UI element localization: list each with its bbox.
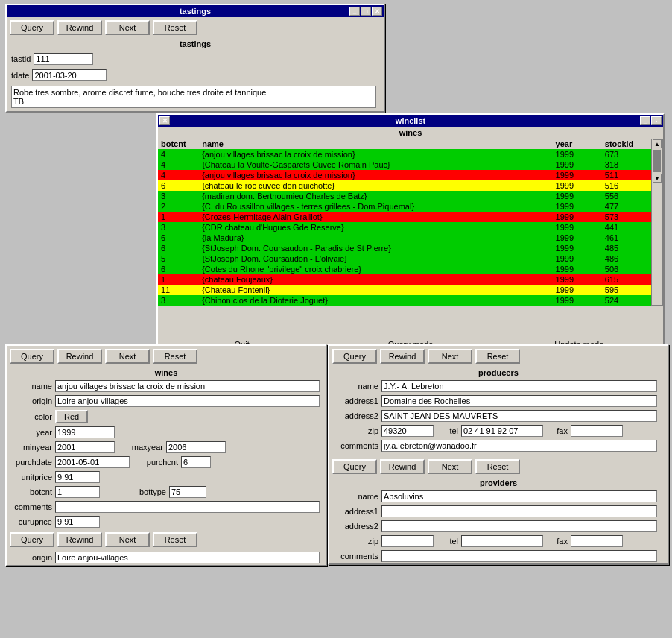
providers-reset-btn[interactable]: Reset xyxy=(475,459,520,474)
wine-table-row[interactable]: 5 {StJoseph Dom. Coursaudon - L'olivaie}… xyxy=(158,253,651,264)
wine-table-row[interactable]: 11 {Chateau Fontenil} 1999 595 xyxy=(158,285,651,295)
prod-addr2-input[interactable] xyxy=(381,410,657,422)
prov-fax-label: fax xyxy=(549,537,568,546)
wines2-origin-input[interactable] xyxy=(55,552,320,563)
wines-bottype-input[interactable] xyxy=(169,486,206,498)
scroll-down-btn[interactable]: ▼ xyxy=(653,174,662,183)
wines-section-header: wines xyxy=(7,367,326,379)
wines-comments-input[interactable] xyxy=(55,501,320,513)
wines-year-input[interactable] xyxy=(55,426,115,438)
wines-minyear-input[interactable] xyxy=(55,441,115,453)
wines2-rewind-btn[interactable]: Rewind xyxy=(57,532,102,547)
prov-addr2-input[interactable] xyxy=(381,520,657,532)
prod-fax-input[interactable] xyxy=(571,425,623,437)
tastings-rewind-btn[interactable]: Rewind xyxy=(57,20,102,35)
winelist-min-btn[interactable]: _ xyxy=(640,116,650,125)
row-name: {anjou villages brissac la croix de miss… xyxy=(199,170,552,180)
prod-zip-input[interactable] xyxy=(381,425,434,437)
prov-zip-input[interactable] xyxy=(381,535,434,547)
wine-table-row[interactable]: 4 {Chateau la Voulte-Gasparets Cuvee Rom… xyxy=(158,160,651,170)
wine-table-row[interactable]: 3 {Chinon clos de la Dioterie Joguet} 19… xyxy=(158,295,651,306)
winelist-close-btn2[interactable]: ✕ xyxy=(159,116,170,125)
producers-next-btn[interactable]: Next xyxy=(428,349,472,364)
wines-purchcnt-label: purchcnt xyxy=(137,458,178,467)
row-botcnt: 11 xyxy=(158,285,199,295)
prov-comments-input[interactable] xyxy=(381,550,657,562)
wines-purchcnt-input[interactable] xyxy=(181,456,211,468)
row-name: {StJoseph Dom. Coursaudon - L'olivaie} xyxy=(199,253,552,264)
prod-zip-label: zip xyxy=(334,426,378,435)
wine-table-row[interactable]: 3 {CDR chateau d'Hugues Gde Reserve} 199… xyxy=(158,222,651,233)
providers-next-btn[interactable]: Next xyxy=(428,459,472,474)
providers-rewind-btn[interactable]: Rewind xyxy=(380,459,425,474)
col-year: year xyxy=(553,139,602,149)
wine-table-row[interactable]: 2 {C. du Roussillon villages - terres gr… xyxy=(158,201,651,212)
prov-tel-input[interactable] xyxy=(461,535,543,547)
prov-addr1-input[interactable] xyxy=(381,505,657,517)
prod-addr1-input[interactable] xyxy=(381,395,657,407)
wine-table-row[interactable]: 4 {anjou villages brissac la croix de mi… xyxy=(158,149,651,160)
prod-fax-label: fax xyxy=(549,426,568,435)
producers-query-btn[interactable]: Query xyxy=(332,349,377,364)
row-stockid: 485 xyxy=(602,243,651,253)
row-stockid: 595 xyxy=(602,285,651,295)
prov-comments-label: comments xyxy=(334,552,378,560)
prod-comments-input[interactable] xyxy=(381,440,657,452)
tasting-notes: Robe tres sombre, arome discret fume, bo… xyxy=(11,86,376,108)
row-stockid: 556 xyxy=(602,191,651,201)
wines-color-btn[interactable]: Red xyxy=(55,410,88,423)
wines-maxyear-input[interactable] xyxy=(166,441,226,453)
wines-unitprice-input[interactable] xyxy=(55,471,100,483)
wines2-query-btn[interactable]: Query xyxy=(10,532,54,547)
tastings-close-btn[interactable]: ✕ xyxy=(372,7,382,16)
providers-query-btn[interactable]: Query xyxy=(332,459,377,474)
wines-reset-btn[interactable]: Reset xyxy=(153,349,197,364)
tastid-input[interactable] xyxy=(34,53,93,65)
producers-rewind-btn[interactable]: Rewind xyxy=(380,349,425,364)
tastings-query-btn[interactable]: Query xyxy=(10,20,54,35)
prov-fax-input[interactable] xyxy=(571,535,623,547)
wines-purchdate-input[interactable] xyxy=(55,456,130,468)
wines-name-input[interactable] xyxy=(55,380,320,392)
wines2-reset-btn[interactable]: Reset xyxy=(153,532,197,547)
row-botcnt: 1 xyxy=(158,212,199,222)
producers-reset-btn[interactable]: Reset xyxy=(475,349,520,364)
wines-query-btn[interactable]: Query xyxy=(10,349,54,364)
tastings-reset-btn[interactable]: Reset xyxy=(153,20,197,35)
wines-curuprice-input[interactable] xyxy=(55,516,100,528)
row-stockid: 516 xyxy=(602,180,651,191)
tastid-label: tastid xyxy=(11,54,31,63)
winelist-scrollbar[interactable]: ▲ ▼ xyxy=(651,139,663,306)
wine-table-row[interactable]: 3 {madiran dom. Berthoumieu Charles de B… xyxy=(158,191,651,201)
row-name: {C. du Roussillon villages - terres gril… xyxy=(199,201,552,212)
wines-origin-input[interactable] xyxy=(55,395,320,407)
wine-table-row[interactable]: 1 {chateau Foujeaux} 1999 615 xyxy=(158,274,651,285)
wines-next-btn[interactable]: Next xyxy=(105,349,150,364)
scroll-up-btn[interactable]: ▲ xyxy=(653,139,662,148)
wines2-next-btn[interactable]: Next xyxy=(105,532,150,547)
wines-rewind-btn[interactable]: Rewind xyxy=(57,349,102,364)
wine-table-row[interactable]: 6 {StJoseph Dom. Coursaudon - Paradis de… xyxy=(158,243,651,253)
prod-name-input[interactable] xyxy=(381,380,657,392)
winelist-section-header: wines xyxy=(158,127,663,139)
tastings-titlebar: tastings _ □ ✕ xyxy=(7,5,384,17)
winelist-max-btn[interactable]: • xyxy=(651,116,662,125)
tastings-min-btn[interactable]: _ xyxy=(349,7,360,16)
wine-table-row[interactable]: 6 {Cotes du Rhone "privilege" croix chab… xyxy=(158,264,651,274)
row-name: {StJoseph Dom. Coursaudon - Paradis de S… xyxy=(199,243,552,253)
tdate-input[interactable] xyxy=(32,69,107,81)
prod-tel-input[interactable] xyxy=(461,425,543,437)
wines-botcnt-input[interactable] xyxy=(55,486,100,498)
prov-name-input[interactable] xyxy=(381,490,657,502)
row-name: {anjou villages brissac la croix de miss… xyxy=(199,149,552,160)
col-botcnt: botcnt xyxy=(158,139,199,149)
wine-table-row[interactable]: 6 {chateau le roc cuvee don quichotte} 1… xyxy=(158,180,651,191)
row-botcnt: 4 xyxy=(158,149,199,160)
tastings-next-btn[interactable]: Next xyxy=(105,20,150,35)
tastings-max-btn[interactable]: □ xyxy=(361,7,371,16)
wine-table-row[interactable]: 6 {la Madura} 1999 461 xyxy=(158,233,651,243)
scroll-thumb[interactable] xyxy=(653,150,661,172)
wine-table-row[interactable]: 4 {anjou villages brissac la croix de mi… xyxy=(158,170,651,180)
wine-table-row[interactable]: 1 {Crozes-Hermitage Alain Graillot} 1999… xyxy=(158,212,651,222)
row-name: {Chateau Fontenil} xyxy=(199,285,552,295)
